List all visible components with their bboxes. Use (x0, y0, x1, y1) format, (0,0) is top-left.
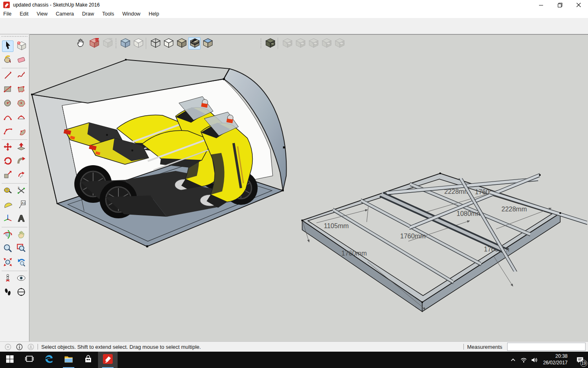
orbit-icon (3, 229, 13, 241)
zoom-extents-tool[interactable] (2, 257, 13, 269)
axes-icon (3, 213, 13, 225)
zoom-window-tool[interactable] (16, 243, 27, 255)
text-icon: A1 (16, 200, 26, 211)
toolbar-grip[interactable] (261, 38, 262, 48)
arc-tool[interactable] (2, 112, 13, 123)
tape-measure-tool[interactable] (2, 186, 13, 197)
section-plane-tool[interactable] (16, 287, 27, 298)
line-tool[interactable] (2, 70, 13, 82)
split-button[interactable] (333, 37, 345, 49)
intersect-button[interactable] (281, 37, 293, 49)
tape-measure-icon (3, 186, 13, 197)
menu-file[interactable]: File (0, 10, 16, 18)
model-info-icon[interactable] (16, 343, 23, 350)
tray-chevron-icon[interactable] (508, 355, 519, 365)
menu-edit[interactable]: Edit (16, 10, 33, 18)
action-center-icon[interactable]: 19 (572, 352, 588, 368)
menu-view[interactable]: View (33, 10, 52, 18)
taskbar-task-view[interactable] (20, 352, 39, 368)
interact-tool-button[interactable] (74, 37, 87, 49)
zoom-tool[interactable] (2, 243, 13, 255)
rotated-rectangle-tool[interactable] (16, 84, 27, 96)
taskbar-edge[interactable] (39, 352, 59, 368)
x-ray-button[interactable] (119, 37, 131, 49)
pie-tool[interactable] (16, 126, 27, 137)
restore-button[interactable] (550, 0, 569, 10)
hidden-line-button[interactable] (162, 37, 174, 49)
close-button[interactable] (569, 0, 588, 10)
palette-grip[interactable] (2, 36, 27, 38)
two-point-arc-tool[interactable] (16, 112, 27, 123)
three-point-arc-tool[interactable] (2, 126, 13, 137)
svg-text:A1: A1 (22, 201, 25, 205)
walk-tool[interactable] (2, 287, 13, 298)
toolbar-separator (278, 38, 278, 49)
measurements-input[interactable] (507, 343, 586, 351)
taskbar-store[interactable] (78, 352, 98, 368)
sketchup-window: 2228mm1760mm1080mm2228mm1105mm1760mm1760… (0, 0, 588, 368)
subtract-button[interactable] (307, 37, 319, 49)
toolbar-grip[interactable] (116, 38, 117, 48)
clock[interactable]: 20:38 26/02/2017 (543, 353, 568, 366)
monochrome-button[interactable] (201, 37, 214, 49)
scale-tool[interactable] (2, 170, 13, 181)
three-d-text-tool[interactable] (16, 213, 27, 225)
palette-separator (2, 68, 27, 68)
component-attributes-button[interactable] (101, 37, 114, 49)
circle-tool[interactable] (2, 98, 13, 110)
make-component-tool[interactable] (16, 40, 27, 52)
text-tool[interactable]: A1 (16, 200, 27, 211)
eraser-tool[interactable] (16, 54, 27, 66)
rotate-tool[interactable] (2, 156, 13, 167)
orbit-tool[interactable] (2, 229, 13, 241)
dimension-label: 1760mm (400, 233, 425, 240)
push-pull-tool[interactable] (16, 142, 27, 153)
union-button[interactable] (294, 37, 306, 49)
geolocation-icon[interactable] (4, 343, 11, 350)
model-viewport[interactable]: 2228mm1760mm1080mm2228mm1105mm1760mm1760… (0, 0, 588, 368)
outer-shell-icon (265, 37, 275, 49)
volume-icon[interactable] (529, 355, 540, 365)
pan-tool[interactable] (16, 229, 27, 241)
rectangle-tool[interactable] (2, 84, 13, 96)
palette-separator (2, 183, 27, 184)
wireframe-button[interactable] (149, 37, 161, 49)
menu-camera[interactable]: Camera (52, 10, 78, 18)
circle-icon (3, 98, 13, 110)
pan-icon (16, 229, 26, 241)
back-edges-button[interactable] (132, 37, 144, 49)
look-around-tool[interactable] (16, 273, 27, 285)
dimension-tool[interactable]: 3 (16, 186, 27, 197)
shaded-with-textures-button[interactable] (188, 37, 200, 49)
palette-separator (2, 271, 27, 271)
paint-bucket-tool[interactable] (2, 54, 13, 66)
dimension-label: 2228mm (501, 206, 527, 213)
user-icon[interactable] (27, 343, 34, 350)
menu-tools[interactable]: Tools (98, 10, 118, 18)
follow-me-tool[interactable] (16, 156, 27, 167)
menu-draw[interactable]: Draw (78, 10, 98, 18)
offset-tool[interactable] (16, 170, 27, 181)
component-options-button[interactable] (88, 37, 100, 49)
outer-shell-button[interactable] (264, 37, 276, 49)
trim-button[interactable] (320, 37, 332, 49)
taskbar-start[interactable] (0, 352, 20, 368)
shaded-button[interactable] (175, 37, 187, 49)
previous-tool[interactable] (16, 257, 27, 269)
axes-tool[interactable] (2, 213, 13, 225)
taskbar-sketchup[interactable] (98, 352, 118, 368)
wifi-icon[interactable] (519, 355, 529, 365)
taskbar-file-explorer[interactable] (59, 352, 78, 368)
position-camera-tool[interactable] (2, 273, 13, 285)
status-message: Select objects. Shift to extend select. … (41, 344, 201, 350)
menu-help[interactable]: Help (145, 10, 163, 18)
freehand-tool[interactable] (16, 70, 27, 82)
select-tool[interactable] (2, 40, 13, 52)
make-component-icon (16, 40, 26, 52)
protractor-tool[interactable] (2, 200, 13, 211)
move-tool[interactable] (2, 142, 13, 153)
polygon-tool[interactable] (16, 98, 27, 110)
menu-window[interactable]: Window (118, 10, 144, 18)
minimize-button[interactable] (532, 0, 550, 10)
toolbar (0, 18, 588, 34)
